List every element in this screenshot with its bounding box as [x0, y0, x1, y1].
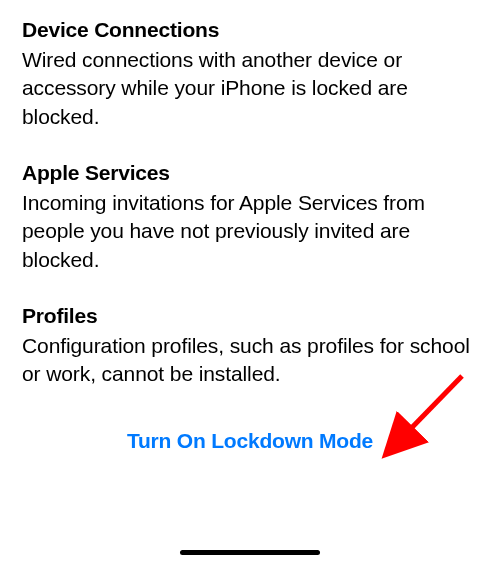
- section-profiles: Profiles Configuration profiles, such as…: [22, 304, 478, 389]
- section-device-connections: Device Connections Wired connections wit…: [22, 18, 478, 131]
- section-heading: Profiles: [22, 304, 478, 328]
- section-apple-services: Apple Services Incoming invitations for …: [22, 161, 478, 274]
- section-body: Wired connections with another device or…: [22, 46, 478, 131]
- settings-content: Device Connections Wired connections wit…: [0, 0, 500, 453]
- section-heading: Device Connections: [22, 18, 478, 42]
- section-body: Configuration profiles, such as profiles…: [22, 332, 478, 389]
- action-button-container: Turn On Lockdown Mode: [22, 429, 478, 453]
- turn-on-lockdown-mode-button[interactable]: Turn On Lockdown Mode: [127, 429, 373, 453]
- section-heading: Apple Services: [22, 161, 478, 185]
- section-body: Incoming invitations for Apple Services …: [22, 189, 478, 274]
- home-indicator[interactable]: [180, 550, 320, 555]
